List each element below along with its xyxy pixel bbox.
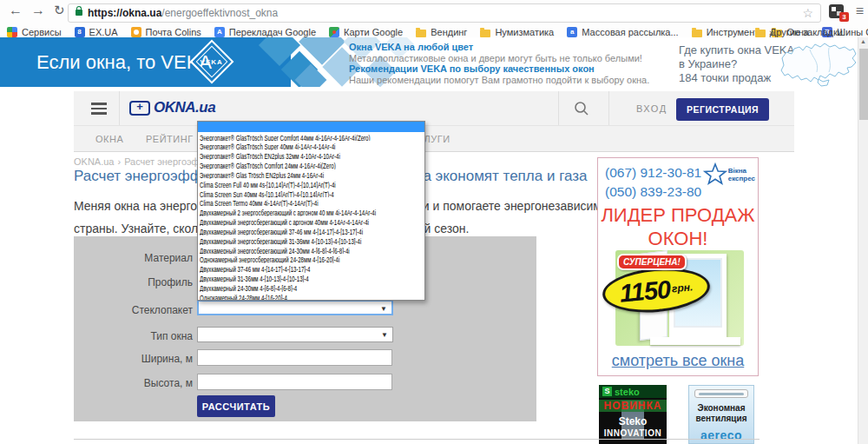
login-button[interactable]: ВХОД	[636, 91, 667, 126]
divider	[119, 91, 120, 125]
register-button[interactable]: РЕГИСТРАЦИЯ	[676, 98, 769, 121]
bookmark-item[interactable]: EX.UA	[75, 27, 118, 37]
okna-logo-icon	[129, 101, 150, 116]
ad-phone-numbers: (067) 912-30-81 (050) 839-23-80	[605, 163, 701, 202]
glazing-label: Стеклопакет	[74, 304, 193, 316]
bookmark-label: EX.UA	[89, 27, 118, 37]
nav-tab-rating[interactable]: РЕЙТИНГ	[146, 126, 194, 152]
bookmark-star-icon[interactable]: ☆	[802, 6, 813, 20]
calculate-button[interactable]: РАССЧИТАТЬ	[197, 395, 275, 417]
veka-ad-banner[interactable]: Если окна, то VEKA VEKA Окна VEKA на люб…	[0, 37, 868, 87]
width-input[interactable]	[197, 349, 392, 366]
browser-toolbar: ← → ↻ https://okna.ua/energoeffektivnost…	[0, 0, 868, 26]
bookmark-item[interactable]: Почта Colins	[131, 27, 201, 37]
bookmark-item[interactable]: Нумизматика	[480, 27, 554, 37]
vikna-express-logo: Вікна експрес	[702, 162, 755, 188]
other-bookmarks-button[interactable]: Другие закладки	[755, 27, 843, 37]
dropdown-option[interactable]: Двухкамерный 2 энергосберегающий с аргон…	[198, 207, 424, 216]
divider	[558, 91, 559, 125]
bookmark-item[interactable]: Карти Google	[329, 27, 403, 37]
bookmark-item[interactable]: Инструмент	[692, 27, 760, 37]
glazing-dropdown-list: Энергопакет® GlasTrösch Super Comfort 44…	[197, 121, 425, 301]
ad-headline: ЛИДЕР ПРОДАЖ ОКОН!	[598, 203, 758, 250]
dropdown-option[interactable]: Однокамерный энергосберегающий 24-28мм 4…	[198, 254, 424, 263]
forward-button[interactable]: →	[31, 3, 45, 18]
bookmark-label: Перекладач Google	[229, 27, 316, 37]
main-navigation: ОКНА РЕЙТИНГ РАСЧЕТЫ УСЛУГИ	[74, 126, 794, 152]
height-label: Высота, м	[74, 377, 193, 389]
bookmark-label: Вендинг	[431, 27, 467, 37]
dropdown-option[interactable]: Двухкамерный энергосберегающий 24-30мм 4…	[198, 245, 424, 255]
steko-logo: S steko	[599, 385, 667, 398]
extension-badge: 3	[839, 12, 849, 22]
window-sill	[650, 337, 740, 345]
bookmark-icon	[7, 27, 17, 37]
dropdown-option[interactable]: Двухкамерный энергосберегающий 31-36мм 4…	[198, 235, 424, 245]
aereco-text-line1: Экономная	[689, 403, 753, 413]
breadcrumb-separator: ›	[117, 156, 121, 167]
banner-headline-2[interactable]: Рекомендации VEKA по выбору качественных…	[349, 63, 649, 75]
bookmark-icon	[75, 27, 85, 37]
divider	[608, 91, 609, 125]
bookmark-label: Почта Colins	[146, 27, 201, 37]
bookmark-item[interactable]: Перекладач Google	[214, 27, 316, 37]
star-icon	[702, 162, 728, 188]
nav-tab-okna[interactable]: ОКНА	[95, 126, 123, 152]
dropdown-option[interactable]: Двухкамерный 31-36мм 4-[10-13]-4-[10-13]…	[198, 273, 424, 282]
chrome-menu-icon[interactable]: ≡	[856, 3, 864, 19]
dropdown-option[interactable]: Двухкамерный 24-30мм 4-[6-8]-4-[6-8]-4	[198, 282, 424, 292]
see-all-windows-link[interactable]: смотреть все окна	[598, 352, 758, 370]
bookmark-label: Инструмент	[707, 27, 760, 37]
height-input[interactable]	[197, 374, 392, 390]
dropdown-selected-option[interactable]	[198, 122, 424, 132]
vikna-express-ad[interactable]: (067) 912-30-81 (050) 839-23-80 Вікна ек…	[597, 157, 759, 376]
dropdown-option[interactable]: Энергопакет® GlasTrösch Super 40мм 4i-14…	[198, 141, 424, 150]
width-label: Ширина, м	[74, 353, 193, 365]
aereco-logo-text: aereco	[689, 428, 753, 442]
bookmark-item[interactable]: Сервисы	[7, 27, 62, 37]
okna-ua-logo[interactable]: OKNA.ua	[129, 99, 215, 116]
page-scrollbar[interactable]: ▲	[858, 37, 868, 444]
steko-ad[interactable]: S steko НОВИНКА Steko INNOVATION	[599, 385, 667, 444]
dropdown-option[interactable]: Однокамерный 24-28мм 4-[16-20]-4	[198, 292, 424, 301]
dropdown-option[interactable]: Clima Screen Termo 40мм 4i-14Ar(T)-4-14A…	[198, 197, 424, 207]
dropdown-option[interactable]: Энергопакет® GlasTrösch Comfort 24мм 4-1…	[198, 160, 424, 169]
aereco-text-line2: вентиляция	[689, 414, 753, 423]
bookmark-icon	[214, 27, 225, 37]
site-header: OKNA.ua ВХОД РЕГИСТРАЦИЯ	[74, 91, 794, 126]
bookmark-icon	[480, 30, 490, 37]
window-type-select[interactable]: ▼	[197, 327, 393, 342]
dropdown-option[interactable]: Энергопакет® GlasTrösch EN2plus 32мм 4-1…	[198, 150, 424, 160]
dropdown-option[interactable]: Двухкамерный энергосберегающий с аргоном…	[198, 216, 424, 226]
https-lock-icon	[76, 10, 82, 16]
dropdown-option[interactable]: Энергопакет® Glas Trösch EN2plus 24мм 4-…	[198, 169, 424, 179]
banner-headline-1[interactable]: Окна VEKA на любой цвет	[349, 42, 649, 53]
scrollbar-thumb[interactable]	[859, 49, 868, 120]
search-icon[interactable]	[574, 101, 589, 116]
window-type-label: Тип окна	[74, 330, 193, 342]
steko-line1: Steko	[599, 415, 667, 427]
dropdown-option[interactable]: Двухкамерный 37-46 мм 4-[14-17]-4-[13-17…	[198, 263, 424, 273]
dropdown-option[interactable]: Двухкамерный энергосберегающий 37-46 мм …	[198, 226, 424, 235]
steko-new-label: НОВИНКА	[599, 400, 667, 412]
bookmark-item[interactable]: Вендинг	[416, 27, 467, 37]
aereco-ad[interactable]: Экономная вентиляция aereco	[688, 385, 754, 444]
back-button[interactable]: ←	[9, 3, 23, 18]
dropdown-option[interactable]: Энергопакет® GlasTrösch Super Comfort 44…	[198, 132, 424, 142]
reload-button[interactable]: ↻	[54, 3, 65, 18]
url-bar[interactable]: https://okna.ua/energoeffektivnost_okna …	[68, 3, 821, 23]
glazing-select-focused[interactable]: ▼	[197, 300, 393, 315]
scrollbar-up-arrow[interactable]: ▲	[858, 38, 868, 44]
super-price-badge: СУПЕРЦЕНА!	[617, 254, 687, 270]
breadcrumb-home[interactable]: OKNA.ua	[74, 156, 114, 167]
browser-window: ← → ↻ https://okna.ua/energoeffektivnost…	[0, 0, 868, 444]
url-text: https://okna.ua/energoeffektivnost_okna	[88, 7, 278, 19]
hamburger-menu-icon[interactable]	[91, 103, 107, 115]
bookmark-item[interactable]: Массовая рассылка...	[567, 27, 678, 37]
dropdown-option[interactable]: Clima Screen Full 40 мм 4s-[10,14]Ar(T)-…	[198, 179, 424, 189]
content-footer-divider	[74, 439, 760, 440]
bookmark-icon	[131, 27, 141, 37]
banner-subtext-2: Наши рекомендации помогут Вам грамотно п…	[349, 75, 649, 86]
dropdown-option[interactable]: Clima Screen Sun 40мм 4s-[10,14]Ar(T)-4-…	[198, 189, 424, 198]
bookmark-icon	[329, 27, 339, 37]
